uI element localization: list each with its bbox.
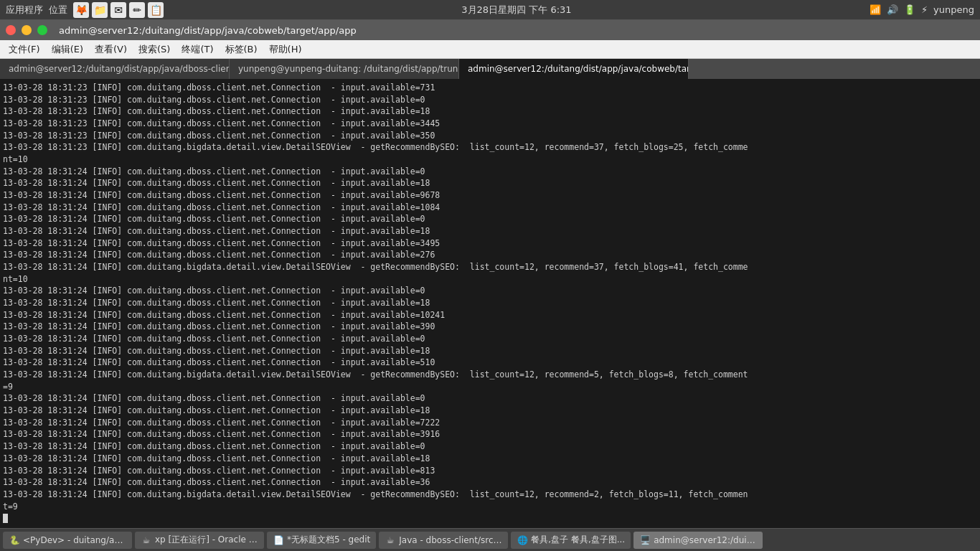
network-icon: 📶: [870, 4, 881, 15]
log-line: 13-03-28 18:31:24 [INFO] com.duitang.dbo…: [3, 237, 977, 250]
log-line: nt=10: [3, 273, 977, 286]
log-line: 13-03-28 18:31:24 [INFO] com.duitang.dbo…: [3, 213, 977, 225]
volume-icon: 🔊: [887, 4, 898, 15]
battery-icon: 🔋: [904, 4, 915, 15]
log-line: 13-03-28 18:31:24 [INFO] com.duitang.dbo…: [3, 405, 977, 417]
log-line: 13-03-28 18:31:24 [INFO] com.duitang.dbo…: [3, 166, 977, 178]
log-line: 13-03-28 18:31:24 [INFO] com.duitang.big…: [3, 261, 977, 273]
log-line: 13-03-28 18:31:24 [INFO] com.duitang.dbo…: [3, 392, 977, 405]
log-line: nt=10: [3, 154, 977, 166]
menu-edit[interactable]: 编辑(E): [46, 42, 89, 57]
taskbar-label-3: Java - dboss-client/src/...: [399, 535, 502, 545]
datetime: 3月28日星期四 下午 6:31: [461, 4, 571, 17]
taskbar-label-2: *无标题文档5 - gedit: [287, 534, 370, 546]
taskbar-item-1[interactable]: ☕xp [正在运行] - Oracle V...: [135, 532, 264, 549]
log-line: 13-03-28 18:31:24 [INFO] com.duitang.dbo…: [3, 441, 977, 453]
log-line: 13-03-28 18:31:24 [INFO] com.duitang.dbo…: [3, 189, 977, 202]
log-line: =9: [3, 381, 977, 393]
position-menu[interactable]: 位置: [49, 4, 67, 17]
tab-2-label: yunpeng@yunpeng-duitang: /duitang/dist/a…: [238, 64, 459, 74]
taskbar-item-5[interactable]: 🖥️admin@server12:/duita...: [633, 532, 763, 549]
log-line: 13-03-28 18:31:24 [INFO] com.duitang.dbo…: [3, 297, 977, 309]
menu-terminal[interactable]: 终端(T): [176, 42, 219, 57]
taskbar-icon-0: 🐍: [9, 534, 20, 546]
menu-search[interactable]: 搜索(S): [133, 42, 176, 57]
taskbar-icon-3: ☕: [385, 534, 396, 546]
menu-tabs[interactable]: 标签(B): [220, 42, 263, 57]
system-bar-left: 应用程序 位置 🦊 📁 ✉ ✏ 📋: [6, 2, 164, 18]
username-label: yunpeng: [933, 4, 974, 15]
log-line: 13-03-28 18:31:24 [INFO] com.duitang.big…: [3, 369, 977, 381]
log-line: 13-03-28 18:31:24 [INFO] com.duitang.dbo…: [3, 202, 977, 214]
menu-bar: 文件(F) 编辑(E) 查看(V) 搜索(S) 终端(T) 标签(B) 帮助(H…: [0, 40, 980, 59]
log-line: 13-03-28 18:31:23 [INFO] com.duitang.dbo…: [3, 130, 977, 142]
log-line: 13-03-28 18:31:24 [INFO] com.duitang.dbo…: [3, 177, 977, 189]
tab-3[interactable]: admin@server12:/duitang/dist/app/java/co…: [459, 59, 689, 79]
log-line: 13-03-28 18:31:24 [INFO] com.duitang.dbo…: [3, 417, 977, 429]
files-icon[interactable]: 📁: [92, 2, 108, 18]
taskbar-label-5: admin@server12:/duita...: [654, 535, 757, 545]
log-line: 13-03-28 18:31:24 [INFO] com.duitang.dbo…: [3, 321, 977, 333]
log-line: 13-03-28 18:31:24 [INFO] com.duitang.dbo…: [3, 285, 977, 297]
taskbar-icon-2: 📄: [273, 534, 284, 546]
tab-1-label: admin@server12:/duitang/dist/app/java/db…: [9, 64, 230, 74]
log-line: 13-03-28 18:31:24 [INFO] com.duitang.dbo…: [3, 357, 977, 369]
prompt-line: [3, 512, 977, 524]
log-line: 13-03-28 18:31:24 [INFO] com.duitang.dbo…: [3, 465, 977, 477]
system-tray: 📶 🔊 🔋 ⚡ yunpeng: [870, 4, 974, 15]
maximize-button[interactable]: [37, 25, 47, 35]
tab-3-label: admin@server12:/duitang/dist/app/java/co…: [468, 64, 689, 74]
taskbar-label-0: <PyDev> - duitang/api/...: [23, 535, 126, 545]
menu-view[interactable]: 查看(V): [89, 42, 133, 57]
log-line: t=9: [3, 501, 977, 513]
log-line: 13-03-28 18:31:24 [INFO] com.duitang.dbo…: [3, 453, 977, 465]
taskbar-label-1: xp [正在运行] - Oracle V...: [155, 534, 258, 546]
bluetooth-icon: ⚡: [921, 4, 928, 15]
log-line: 13-03-28 18:31:23 [INFO] com.duitang.dbo…: [3, 94, 977, 106]
taskbar-icon-5: 🖥️: [639, 534, 651, 546]
firefox-icon[interactable]: 🦊: [73, 2, 89, 18]
tab-2[interactable]: yunpeng@yunpeng-duitang: /duitang/dist/a…: [230, 59, 459, 79]
taskbar-item-0[interactable]: 🐍<PyDev> - duitang/api/...: [3, 532, 132, 549]
log-line: 13-03-28 18:31:24 [INFO] com.duitang.dbo…: [3, 345, 977, 357]
taskbar-icon-4: 🌐: [517, 534, 528, 546]
log-line: 13-03-28 18:31:24 [INFO] com.duitang.big…: [3, 489, 977, 501]
log-line: 13-03-28 18:31:24 [INFO] com.duitang.dbo…: [3, 309, 977, 321]
menu-help[interactable]: 帮助(H): [263, 42, 308, 57]
menu-file[interactable]: 文件(F): [3, 42, 46, 57]
tab-bar: admin@server12:/duitang/dist/app/java/db…: [0, 59, 980, 79]
app-menu[interactable]: 应用程序: [6, 4, 43, 17]
taskbar: 🐍<PyDev> - duitang/api/...☕xp [正在运行] - O…: [0, 528, 980, 551]
editor-icon[interactable]: ✏: [129, 2, 145, 18]
window-title: admin@server12:/duitang/dist/app/java/co…: [59, 25, 357, 36]
taskbar-item-2[interactable]: 📄*无标题文档5 - gedit: [267, 532, 376, 549]
system-bar: 应用程序 位置 🦊 📁 ✉ ✏ 📋 3月28日星期四 下午 6:31 📶 🔊 🔋…: [0, 0, 980, 20]
clipboard-icon[interactable]: 📋: [148, 2, 164, 18]
tab-1[interactable]: admin@server12:/duitang/dist/app/java/db…: [0, 59, 230, 79]
log-line: 13-03-28 18:31:24 [INFO] com.duitang.dbo…: [3, 428, 977, 441]
log-line: 13-03-28 18:31:23 [INFO] com.duitang.big…: [3, 141, 977, 154]
title-bar: admin@server12:/duitang/dist/app/java/co…: [0, 20, 980, 40]
log-line: 13-03-28 18:31:24 [INFO] com.duitang.dbo…: [3, 249, 977, 261]
cursor: [3, 514, 8, 523]
close-button[interactable]: [6, 25, 16, 35]
log-line: 13-03-28 18:31:24 [INFO] com.duitang.dbo…: [3, 333, 977, 345]
log-line: 13-03-28 18:31:23 [INFO] com.duitang.dbo…: [3, 105, 977, 118]
taskbar-label-4: 餐具,盘子 餐具,盘子图...: [531, 534, 625, 546]
log-line: 13-03-28 18:31:24 [INFO] com.duitang.dbo…: [3, 476, 977, 489]
email-icon[interactable]: ✉: [110, 2, 126, 18]
minimize-button[interactable]: [22, 25, 32, 35]
log-line: 13-03-28 18:31:24 [INFO] com.duitang.dbo…: [3, 225, 977, 237]
taskbar-item-3[interactable]: ☕Java - dboss-client/src/...: [379, 532, 508, 549]
taskbar-item-4[interactable]: 🌐餐具,盘子 餐具,盘子图...: [511, 532, 631, 549]
terminal-output[interactable]: 13-03-28 18:31:23 [INFO] com.duitang.dbo…: [0, 79, 980, 528]
app-icons: 🦊 📁 ✉ ✏ 📋: [73, 2, 164, 18]
log-line: 13-03-28 18:31:23 [INFO] com.duitang.dbo…: [3, 118, 977, 130]
taskbar-icon-1: ☕: [141, 534, 152, 546]
log-line: 13-03-28 18:31:23 [INFO] com.duitang.dbo…: [3, 82, 977, 94]
